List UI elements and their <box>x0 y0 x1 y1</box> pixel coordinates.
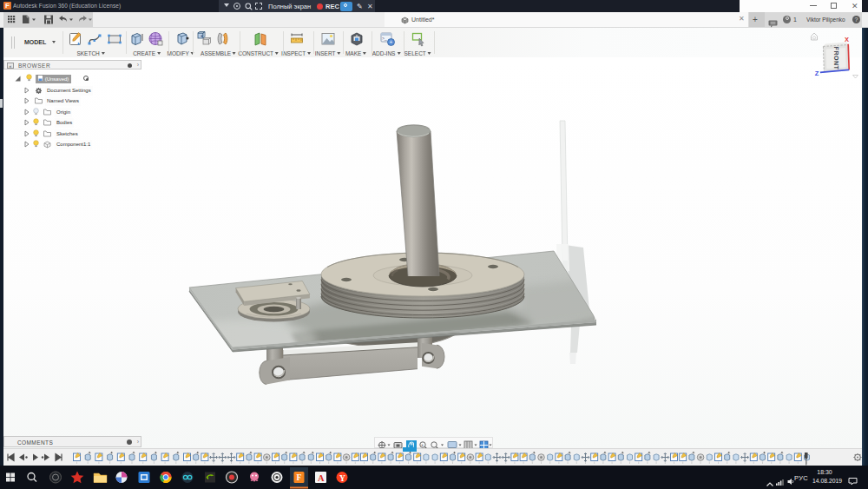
svg-text:+: + <box>201 33 204 38</box>
svg-text:+: + <box>390 39 393 45</box>
svg-text:>_: >_ <box>382 36 387 41</box>
svg-text:Y: Y <box>339 474 345 483</box>
svg-text:Z: Z <box>815 69 819 77</box>
svg-text:F: F <box>297 473 302 482</box>
svg-text:FRONT: FRONT <box>832 47 840 70</box>
svg-text:A: A <box>318 473 325 483</box>
svg-text:X: X <box>845 36 849 43</box>
svg-text:+: + <box>421 442 424 447</box>
